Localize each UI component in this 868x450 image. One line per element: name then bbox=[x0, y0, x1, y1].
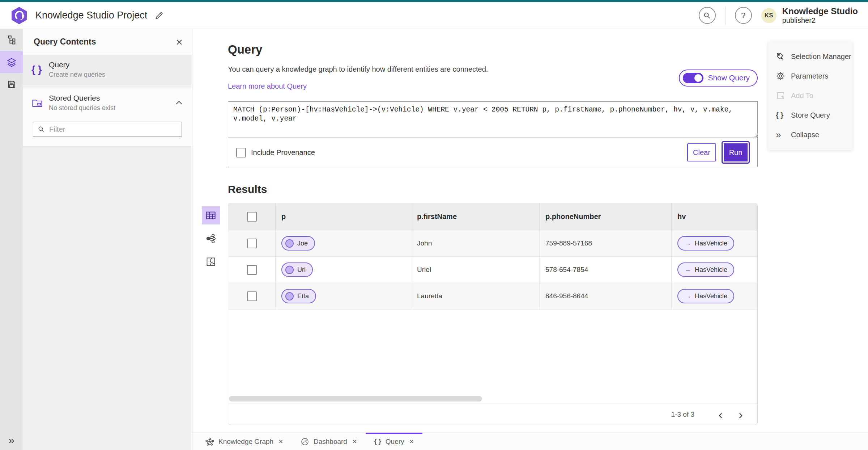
header: Knowledge Studio Project ? KS Knowledge … bbox=[0, 2, 868, 29]
map-view-button[interactable] bbox=[202, 253, 220, 271]
node-chip[interactable]: Etta bbox=[281, 289, 316, 303]
project-title: Knowledge Studio Project bbox=[35, 10, 147, 21]
node-circle-icon bbox=[285, 239, 294, 248]
edge-chip[interactable]: → HasVehicle bbox=[677, 289, 734, 303]
panel-item-title: Query bbox=[49, 60, 183, 69]
next-page-button[interactable]: › bbox=[733, 409, 749, 420]
edge-label: HasVehicle bbox=[695, 293, 727, 300]
action-label: Store Query bbox=[791, 111, 830, 119]
chevron-up-icon[interactable] bbox=[175, 101, 183, 105]
row-checkbox[interactable] bbox=[247, 265, 257, 275]
tab-close-button[interactable]: × bbox=[409, 437, 414, 446]
clear-button[interactable]: Clear bbox=[687, 143, 716, 161]
edge-chip[interactable]: → HasVehicle bbox=[677, 262, 734, 277]
help-button[interactable]: ? bbox=[735, 7, 752, 24]
horizontal-scrollbar[interactable] bbox=[229, 396, 482, 401]
page-title: Query bbox=[228, 43, 758, 56]
collapse-item[interactable]: » Collapse bbox=[768, 125, 852, 144]
table-empty-area bbox=[228, 310, 757, 404]
column-header-firstname[interactable]: p.firstName bbox=[411, 203, 539, 230]
panel-item-query[interactable]: { } Query Create new queries bbox=[23, 55, 192, 84]
node-chip[interactable]: Uri bbox=[281, 262, 313, 277]
search-button[interactable] bbox=[699, 7, 716, 24]
panel-item-title: Stored Queries bbox=[49, 94, 175, 102]
pagination-bar: 1-3 of 3 ‹ › bbox=[228, 404, 757, 425]
tab-dashboard[interactable]: Dashboard × bbox=[292, 433, 366, 450]
braces-icon: { } bbox=[374, 438, 381, 445]
user-name: Knowledge Studio bbox=[782, 7, 858, 16]
collapse-chevrons-icon: » bbox=[776, 129, 791, 140]
run-button[interactable]: Run bbox=[723, 142, 749, 163]
table-row: Joe John 759-889-57168 → HasVehicle bbox=[228, 230, 757, 257]
app-window: Knowledge Studio Project ? KS Knowledge … bbox=[0, 0, 868, 450]
rail-item-save[interactable] bbox=[0, 73, 23, 95]
cell-p: Uri bbox=[275, 257, 411, 283]
query-actions-panel: Selection Manager Parameters Add To { } … bbox=[768, 42, 852, 150]
row-checkbox[interactable] bbox=[247, 239, 257, 248]
filter-input[interactable] bbox=[49, 125, 177, 134]
show-query-toggle[interactable]: Show Query bbox=[679, 70, 758, 87]
results-title: Results bbox=[228, 183, 758, 195]
rail-item-layers[interactable] bbox=[0, 51, 23, 73]
panel-divider bbox=[23, 84, 192, 88]
edit-title-button[interactable] bbox=[154, 11, 164, 20]
header-divider bbox=[725, 7, 726, 25]
tab-knowledge-graph[interactable]: Knowledge Graph × bbox=[197, 433, 292, 450]
store-query-item[interactable]: { } Store Query bbox=[768, 105, 852, 125]
content-row: » Query Contents × { } Query Create new … bbox=[0, 29, 868, 450]
cell-firstname: John bbox=[411, 230, 539, 256]
node-chip[interactable]: Joe bbox=[281, 236, 315, 251]
description-block: You can query a knowledge graph to ident… bbox=[228, 65, 488, 91]
avatar-initials: KS bbox=[765, 12, 773, 19]
bottom-tab-bar: Knowledge Graph × Dashboard × { } Query … bbox=[192, 433, 868, 450]
include-provenance-checkbox[interactable] bbox=[236, 148, 246, 157]
query-input[interactable]: MATCH (p:Person)-[hv:HasVehicle]->(v:Veh… bbox=[228, 102, 757, 138]
node-circle-icon bbox=[285, 292, 294, 300]
rail-expand-button[interactable]: » bbox=[0, 434, 23, 446]
tab-query[interactable]: { } Query × bbox=[366, 433, 423, 450]
action-label: Add To bbox=[791, 92, 813, 100]
results-section: p p.firstName p.phoneNumber hv bbox=[228, 203, 758, 425]
panel-item-subtitle: No stored queries exist bbox=[49, 104, 115, 112]
edge-label: HasVehicle bbox=[695, 266, 727, 274]
main-content: Query You can query a knowledge graph to… bbox=[228, 29, 758, 425]
map-icon bbox=[206, 257, 216, 267]
layers-icon bbox=[7, 57, 17, 67]
cell-hv: → HasVehicle bbox=[671, 283, 757, 309]
tab-close-button[interactable]: × bbox=[352, 437, 357, 446]
select-all-checkbox[interactable] bbox=[247, 212, 257, 222]
table-row: Uri Uriel 578-654-7854 → HasVehicle bbox=[228, 257, 757, 283]
selection-manager-item[interactable]: Selection Manager bbox=[768, 47, 852, 66]
rail-item-hierarchy[interactable] bbox=[0, 29, 23, 51]
row-checkbox[interactable] bbox=[247, 291, 257, 301]
braces-icon: { } bbox=[31, 64, 49, 75]
add-to-item: Add To bbox=[768, 86, 852, 105]
column-header-phonenumber[interactable]: p.phoneNumber bbox=[539, 203, 671, 230]
save-icon bbox=[7, 80, 16, 89]
graph-icon bbox=[205, 233, 216, 244]
search-icon bbox=[703, 12, 711, 20]
row-checkbox-cell bbox=[228, 257, 275, 283]
node-label: Etta bbox=[297, 293, 309, 300]
prev-page-button[interactable]: ‹ bbox=[712, 409, 728, 420]
cell-hv: → HasVehicle bbox=[671, 230, 757, 256]
tab-label: Query bbox=[386, 438, 404, 446]
node-label: Joe bbox=[297, 240, 308, 247]
panel-close-button[interactable]: × bbox=[176, 36, 183, 48]
cell-firstname: Uriel bbox=[411, 257, 539, 283]
tab-close-button[interactable]: × bbox=[278, 437, 283, 446]
panel-item-stored-queries[interactable]: Stored Queries No stored queries exist bbox=[23, 88, 192, 117]
column-header-p[interactable]: p bbox=[275, 203, 411, 230]
arrow-right-icon: → bbox=[684, 266, 691, 274]
column-header-hv[interactable]: hv bbox=[671, 203, 757, 230]
query-editor-footer: Include Provenance Clear Run bbox=[228, 138, 757, 167]
edge-chip[interactable]: → HasVehicle bbox=[677, 236, 734, 251]
avatar[interactable]: KS bbox=[761, 8, 776, 23]
toggle-label: Show Query bbox=[708, 73, 750, 82]
learn-more-link[interactable]: Learn more about Query bbox=[228, 82, 307, 91]
table-view-button[interactable] bbox=[202, 206, 220, 224]
parameters-item[interactable]: Parameters bbox=[768, 66, 852, 86]
main-area: Query You can query a knowledge graph to… bbox=[192, 29, 868, 433]
graph-view-button[interactable] bbox=[202, 230, 220, 248]
app-logo-icon bbox=[11, 7, 27, 25]
